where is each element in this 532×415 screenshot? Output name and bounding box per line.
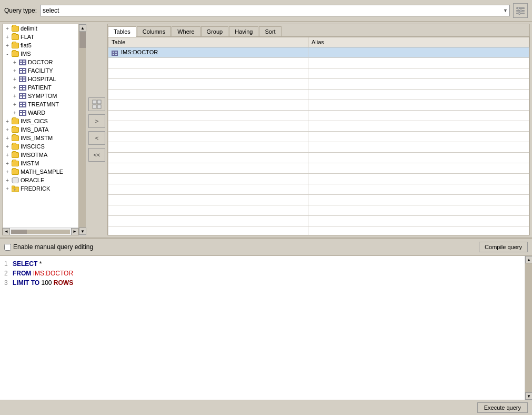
folder-icon (11, 134, 19, 142)
tree-toggle[interactable]: + (4, 135, 11, 141)
tree-item-doctor[interactable]: + DOCTOR (3, 58, 78, 66)
move-all-left-button[interactable]: << (88, 148, 105, 162)
tree-item-fredrick[interactable]: + FREDRICK (3, 184, 78, 193)
tree-item-treatmnt[interactable]: + TREATMNT (3, 100, 78, 108)
vscroll-track (79, 32, 86, 228)
tree-toggle[interactable]: + (11, 110, 18, 116)
tree-item-facility[interactable]: + FACILITY (3, 66, 78, 75)
tree-toggle[interactable]: + (4, 152, 11, 158)
tree-item-hospital[interactable]: + HOSPITAL (3, 75, 78, 83)
tree-toggle[interactable]: + (11, 85, 18, 91)
execute-query-button[interactable]: Execute query (477, 402, 528, 413)
svg-rect-13 (93, 105, 96, 108)
move-left-button[interactable]: < (88, 131, 105, 145)
tree-toggle[interactable]: + (4, 144, 11, 150)
tree-toggle[interactable]: + (4, 43, 11, 48)
query-line-3: 3 LIMIT TO 100 ROWS (4, 278, 520, 288)
tree-toggle[interactable]: + (4, 127, 11, 133)
tree-toggle[interactable]: + (4, 169, 11, 175)
tree-label: FLAT (21, 34, 34, 40)
tree-toggle[interactable]: + (4, 177, 11, 183)
tree-item-imscics[interactable]: + IMSCICS (3, 142, 78, 151)
folder-icon (11, 126, 19, 133)
tree-item-symptom[interactable]: + SYMPTOM (3, 92, 78, 100)
tree-item-patient[interactable]: + PATIENT (3, 83, 78, 92)
scroll-track (11, 230, 70, 234)
tree-toggle[interactable]: + (4, 161, 11, 166)
tree-item-flat[interactable]: + FLAT (3, 33, 78, 41)
scroll-right-btn[interactable]: ► (71, 228, 78, 235)
editor-scroll-down[interactable]: ▼ (525, 392, 532, 400)
query-type-select[interactable]: select insert update delete (40, 5, 510, 16)
tree-vscrollbar[interactable]: ▲ ▼ (79, 24, 86, 235)
tree-toggle[interactable]: + (4, 118, 11, 124)
move-right-button[interactable]: > (88, 114, 105, 128)
compile-query-button[interactable]: Compile query (479, 242, 528, 252)
folder-icon (11, 143, 19, 150)
tree-item-ims-imstm[interactable]: + IMS_IMSTM (3, 134, 78, 142)
table-row[interactable]: IMS:DOCTOR (108, 47, 529, 58)
table-row (108, 121, 529, 132)
table-cell-name: IMS:DOCTOR (108, 47, 308, 58)
table-row (108, 100, 529, 111)
tree-label: FREDRICK (21, 185, 50, 192)
manual-edit-checkbox[interactable] (4, 244, 11, 251)
tree-item-flat5[interactable]: + flat5 (3, 41, 78, 50)
svg-rect-8 (12, 186, 15, 188)
tree-item-math-sample[interactable]: + MATH_SAMPLE (3, 167, 78, 176)
tree-item-ims-data[interactable]: + IMS_DATA (3, 125, 78, 134)
top-bar: Query type: select insert update delete (0, 0, 532, 22)
tree-label: TREATMNT (28, 101, 59, 107)
tab-sort[interactable]: Sort (259, 26, 281, 36)
table-row (108, 163, 529, 174)
settings-icon-button[interactable] (513, 3, 528, 18)
add-table-button[interactable] (88, 97, 105, 111)
tree-toggle[interactable]: + (4, 34, 11, 40)
query-line-1: 1 SELECT * (4, 259, 520, 269)
scroll-left-btn[interactable]: ◄ (3, 228, 10, 235)
tab-having[interactable]: Having (229, 26, 258, 36)
tree-toggle[interactable]: + (11, 68, 18, 74)
tree-toggle[interactable]: + (11, 76, 18, 82)
tree-toggle[interactable]: + (4, 26, 11, 32)
tab-content-tables: Table Alias IMS:DOCTOR (108, 37, 529, 235)
query-editor[interactable]: 1 SELECT * 2 FROM IMS:DOCTOR 3 LIMIT TO … (0, 256, 525, 400)
scroll-up-btn[interactable]: ▲ (79, 24, 86, 32)
tree-item-delimit[interactable]: + delimit (3, 24, 78, 33)
manual-edit-checkbox-label[interactable]: Enable manual query editing (4, 243, 93, 251)
tree-label: IMSOTMA (21, 152, 47, 158)
scroll-down-btn[interactable]: ▼ (79, 228, 86, 235)
tree-item-ims[interactable]: - IMS (3, 50, 78, 58)
bottom-section: Enable manual query editing Compile quer… (0, 238, 532, 415)
tree-toggle[interactable]: + (4, 186, 11, 192)
tree-item-imstm[interactable]: + IMSTM (3, 159, 78, 167)
line-number: 2 (4, 269, 11, 278)
tree-toggle[interactable]: + (11, 102, 18, 107)
table-icon (18, 84, 27, 91)
tab-group[interactable]: Group (201, 26, 229, 36)
manual-edit-label: Enable manual query editing (13, 243, 93, 251)
folder-icon (11, 42, 19, 49)
tree-toggle[interactable]: + (11, 93, 18, 99)
tree-hscrollbar[interactable]: ◄ ► (3, 228, 78, 235)
tree-scroll-area[interactable]: + delimit + FLAT + flat5 (3, 24, 78, 228)
tree-item-ward[interactable]: + WARD (3, 108, 78, 117)
tab-where[interactable]: Where (172, 26, 200, 36)
tab-columns[interactable]: Columns (137, 26, 171, 36)
tree-item-oracle[interactable]: + ORACLE (3, 176, 78, 184)
tree-toggle[interactable]: - (4, 51, 11, 57)
editor-vscrollbar[interactable]: ▲ ▼ (525, 256, 532, 400)
tree-item-imsotma[interactable]: + IMSOTMA (3, 151, 78, 159)
table-cell-alias (308, 47, 529, 58)
table-row (108, 142, 529, 153)
tree-label: IMS_IMSTM (21, 135, 53, 141)
scroll-thumb (11, 230, 27, 234)
tabs-bar: Tables Columns Where Group Having Sort (108, 24, 529, 37)
line-number: 1 (4, 259, 11, 269)
query-text: LIMIT TO 100 ROWS (13, 278, 73, 288)
editor-scroll-up[interactable]: ▲ (525, 256, 532, 263)
tab-tables[interactable]: Tables (108, 26, 136, 37)
tree-item-ims-cics[interactable]: + IMS_CICS (3, 117, 78, 125)
tree-toggle[interactable]: + (11, 60, 18, 65)
query-text: FROM IMS:DOCTOR (13, 269, 73, 278)
